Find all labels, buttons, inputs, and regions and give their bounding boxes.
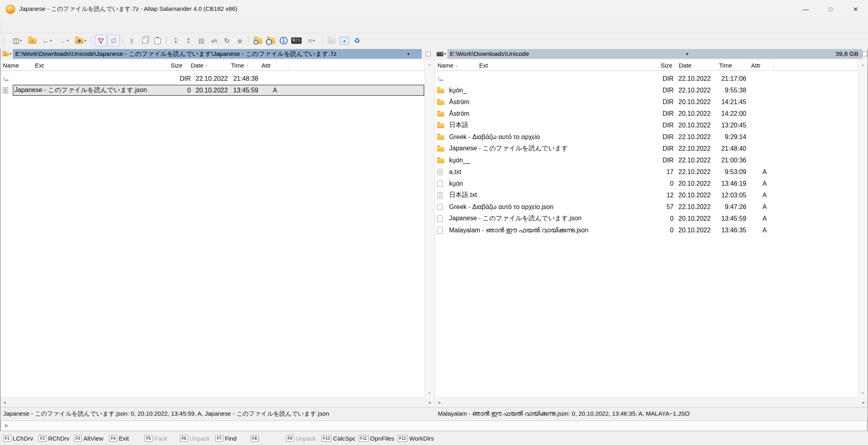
column-header-size[interactable]: Size — [169, 60, 191, 70]
toolbar-grip[interactable] — [4, 36, 6, 45]
file-attr: A — [748, 180, 770, 187]
file-attr: A — [748, 168, 770, 176]
refresh-icon[interactable]: ↻ ▾ — [221, 35, 233, 47]
left-path-bar[interactable]: E:\Work\Downloads\Unicode\Japanese - このフ… — [13, 49, 422, 59]
find-icon[interactable]: ▾ — [252, 35, 264, 47]
file-size: 12 — [629, 192, 674, 199]
file-row[interactable]: Greek - Διαβάζω αυτό το αρχείο DIR 22.10… — [437, 131, 858, 143]
chevron-down-icon[interactable]: ▾ — [686, 49, 688, 59]
chevron-down-icon[interactable]: ▾ — [407, 49, 410, 59]
column-header-ext[interactable]: Ext — [477, 60, 661, 70]
shell-icon[interactable]: C:\ ▾ — [290, 35, 302, 47]
right-path-bar[interactable]: E:\Work\Downloads\Unicode ▾ 39,8 GB — [447, 49, 862, 59]
cut-icon[interactable]: ✂ ▾ — [126, 35, 138, 47]
file-date: 20.10.2022 — [674, 180, 716, 187]
file-row[interactable]: ḱu̯ón__ DIR 22.10.2022 21:00:36 — [437, 154, 858, 166]
drive-info-icon[interactable]: ⓘ ▾ — [278, 35, 290, 47]
disk-usage-icon[interactable]: ◕ ▾ — [338, 35, 350, 47]
pack-icon[interactable]: ↧ ▾ — [170, 35, 182, 47]
scroll-left-icon[interactable]: ◂ — [3, 400, 6, 405]
file-row[interactable]: Japanese - このファイルを読んでいます.json 0 20.10.20… — [2, 84, 425, 96]
back-icon[interactable]: ← ▾ — [39, 35, 55, 47]
file-list-icon[interactable]: ▤ ▾ — [195, 35, 207, 47]
column-header-name[interactable]: Name — [1, 60, 35, 70]
file-row[interactable]: 日本語 DIR 20.10.2022 13:20:45 — [437, 119, 858, 131]
column-header-name[interactable]: Name▵ — [435, 60, 480, 70]
fkey-f10[interactable]: F10 CalcSpc — [321, 435, 355, 442]
fkey-f3[interactable]: F3 AltView — [74, 435, 106, 442]
left-status-bar: Japanese - このファイルを読んでいます.json: 0, 20.10.… — [1, 407, 434, 420]
find-files-icon[interactable]: ▾ — [265, 35, 277, 47]
file-date: 20.10.2022 — [674, 122, 716, 129]
column-header-date[interactable]: Date — [677, 60, 719, 70]
hot-paths-icon[interactable]: ∗ ▾ — [73, 35, 89, 47]
scroll-left-icon[interactable]: ◂ — [438, 400, 440, 405]
fkey-f2[interactable]: F2 RChDrv — [39, 435, 71, 442]
file-row[interactable]: DIR 22.10.2022 21:48:38 — [2, 73, 425, 84]
drive-icon[interactable]: ▾ — [435, 52, 447, 56]
change-case-icon[interactable]: aA ▾ — [208, 35, 220, 47]
unpack-icon[interactable]: ↥ ▾ — [182, 35, 194, 47]
scroll-right-icon[interactable]: ▸ — [429, 400, 431, 405]
deselect-icon[interactable]: ∅ ▾ — [108, 35, 120, 47]
maximize-button[interactable]: □ — [818, 0, 843, 18]
file-row[interactable]: Japanese - このファイルを読んでいます.json 0 20.10.20… — [437, 213, 858, 224]
archive-icon[interactable]: ▾ — [1, 52, 13, 56]
right-vertical-scrollbar[interactable]: ▲ ▼ — [858, 60, 867, 398]
file-row[interactable]: a.txt 17 22.10.2022 9:53:09 A — [437, 166, 858, 178]
panel-zoom-button[interactable] — [426, 51, 431, 56]
file-row[interactable]: ḱu̯ón 0 20.10.2022 13:46:19 A — [437, 178, 858, 189]
scroll-up-icon[interactable]: ▲ — [425, 60, 434, 70]
file-row[interactable]: Japanese - このファイルを読んでいます DIR 22.10.2022 … — [437, 143, 858, 154]
column-header-size[interactable]: Size — [659, 60, 679, 70]
file-time: 21:00:36 — [716, 157, 748, 164]
scroll-down-icon[interactable]: ▼ — [425, 388, 434, 398]
fkey-f1[interactable]: F1 LChDrv — [3, 435, 35, 442]
right-horizontal-scrollbar[interactable]: ◂ ▸ — [435, 397, 867, 407]
file-row[interactable]: 日本語.txt 12 20.10.2022 12:03:05 A — [437, 189, 858, 201]
filter-icon[interactable]: ▽ ▾ — [95, 35, 107, 47]
panel-view-icon[interactable]: ◫ ▾ — [9, 35, 25, 47]
command-line-input[interactable]: > — [1, 420, 867, 431]
fkey-f7[interactable]: F7 Find — [215, 435, 247, 442]
fkey-cap: F7 — [215, 435, 223, 442]
file-icon — [437, 119, 447, 131]
file-row[interactable]: ḱu̯ón_ DIR 22.10.2022 9:55:38 — [437, 84, 858, 96]
file-row[interactable]: Greek - Διαβάζω αυτό το αρχείο.json 57 2… — [437, 201, 858, 213]
scroll-right-icon[interactable]: ▸ — [862, 400, 865, 405]
column-header-attr[interactable]: Attr — [259, 60, 288, 70]
file-name: 日本語.txt — [447, 191, 629, 199]
column-header-time[interactable]: Time▿ — [229, 60, 262, 70]
file-name: 日本語 — [447, 121, 629, 129]
label-icon[interactable]: ◆ ▾ — [234, 35, 246, 47]
copy-icon[interactable]: ▾ — [139, 35, 151, 47]
fkey-f8[interactable]: F8 — [251, 435, 283, 442]
network-folder-icon[interactable]: ▾ — [325, 35, 337, 47]
paste-icon[interactable]: ▾ — [151, 35, 163, 47]
column-header-attr[interactable]: Attr — [749, 60, 774, 70]
parent-directory-icon[interactable]: ↑ ▾ — [26, 35, 38, 47]
fkey-f5[interactable]: F5 Pack — [145, 435, 177, 442]
fkey-f11[interactable]: F11 OpnFiles — [359, 435, 394, 442]
file-row[interactable]: Malayalam - ഞാൻ ഈ ഫയൽ വായിക്കുന്നു.json … — [437, 224, 858, 236]
file-row[interactable]: DIR 22.10.2022 21:17:06 — [437, 73, 858, 84]
left-horizontal-scrollbar[interactable]: ◂ ▸ — [1, 397, 434, 407]
column-header-time[interactable]: Time — [717, 60, 752, 70]
fkey-f9[interactable]: F9 Unpack — [286, 435, 318, 442]
fkey-f12[interactable]: F12 WorkDirs — [398, 435, 434, 442]
scroll-down-icon[interactable]: ▼ — [858, 388, 867, 398]
recycle-icon[interactable]: ♻ ▾ — [351, 35, 363, 47]
fkey-f6[interactable]: F6 Unpack — [180, 435, 212, 442]
close-button[interactable]: ✕ — [843, 0, 868, 18]
file-row[interactable]: Åström DIR 20.10.2022 14:22:00 — [437, 108, 858, 119]
file-row[interactable]: Åström DIR 20.10.2022 14:21:45 — [437, 96, 858, 108]
panel-zoom-button[interactable] — [862, 51, 867, 56]
scroll-up-icon[interactable]: ▲ — [858, 60, 867, 70]
menu-icon[interactable]: ≡ ▾ — [303, 35, 319, 47]
column-header-ext[interactable]: Ext — [33, 60, 171, 70]
forward-icon[interactable]: → ▾ — [56, 35, 72, 47]
minimize-button[interactable]: — — [793, 0, 818, 18]
fkey-f4[interactable]: F4 Exit — [109, 435, 141, 442]
column-header-date[interactable]: Date▿ — [189, 60, 231, 70]
left-vertical-scrollbar[interactable]: ▲ ▼ — [425, 60, 434, 398]
